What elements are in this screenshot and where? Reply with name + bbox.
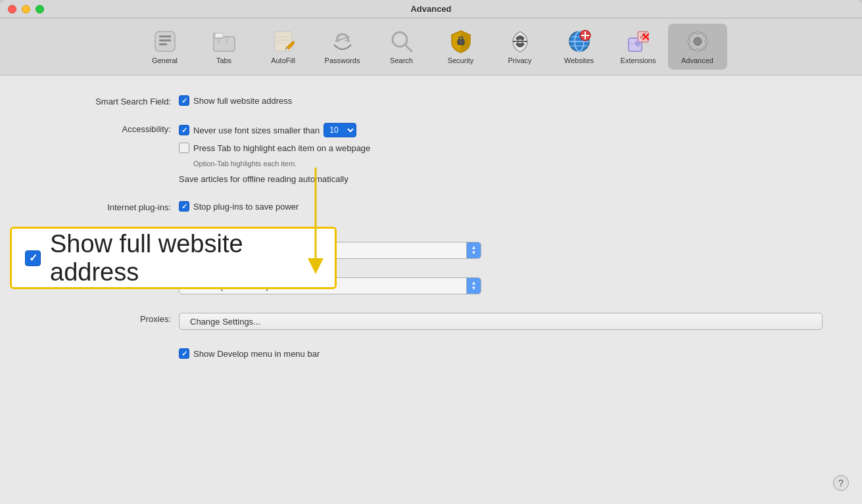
window-title: Advanced <box>410 4 451 14</box>
show-full-address-checkbox[interactable]: ✓ <box>179 95 189 106</box>
proxies-controls: Change Settings... <box>179 313 823 330</box>
privacy-icon <box>507 29 533 54</box>
accessibility-controls: ✓ Never use font sizes smaller than 10 9… <box>179 123 823 189</box>
close-button[interactable] <box>8 5 16 13</box>
develop-menu-text: Show Develop menu in menu bar <box>193 349 320 359</box>
general-icon <box>152 29 178 54</box>
advanced-icon <box>684 29 711 54</box>
svg-point-37 <box>694 37 702 45</box>
internet-plugins-label: Internet plug-ins: <box>39 201 171 212</box>
arrow-down-icon: ▼ <box>471 286 477 291</box>
style-sheet-value: None Selected <box>180 246 466 256</box>
smart-search-label: Smart Search Field: <box>39 95 171 106</box>
tabs-label: Tabs <box>216 57 231 64</box>
develop-menu-row: ✓ Show Develop menu in menu bar <box>179 348 823 359</box>
develop-row: ✓ Show Develop menu in menu bar <box>39 348 823 364</box>
encoding-value: Western (ISO Latin 1) <box>180 281 466 291</box>
help-button[interactable]: ? <box>833 475 849 491</box>
style-sheet-row: Style sheet: None Selected ▲ ▼ <box>39 242 823 259</box>
press-tab-row: Press Tab to highlight each item on a we… <box>179 143 823 153</box>
toolbar-websites[interactable]: Websites <box>550 24 609 70</box>
security-icon <box>448 29 474 54</box>
checkmark: ✓ <box>181 203 187 210</box>
extensions-icon <box>625 29 652 54</box>
encoding-arrows[interactable]: ▲ ▼ <box>466 278 481 294</box>
develop-menu-checkbox[interactable]: ✓ <box>179 348 189 359</box>
highlight-checkmark: ✓ <box>29 252 37 264</box>
websites-icon <box>566 29 592 54</box>
save-articles-text: Save articles for offline reading automa… <box>179 174 348 184</box>
stop-plugins-checkbox[interactable]: ✓ <box>179 201 189 212</box>
minimize-button[interactable] <box>22 5 30 13</box>
main-window: Advanced General <box>0 0 862 504</box>
spacer3 <box>39 306 823 313</box>
style-sheet-label: Style sheet: <box>39 242 171 253</box>
encoding-dropdown[interactable]: Western (ISO Latin 1) ▲ ▼ <box>179 277 481 294</box>
spacer2 <box>39 271 823 277</box>
save-articles-row: Save articles for offline reading automa… <box>179 174 823 184</box>
security-label: Security <box>448 57 474 64</box>
press-tab-text: Press Tab to highlight each item on a we… <box>193 143 370 153</box>
spacer <box>39 229 823 242</box>
search-icon <box>389 29 415 54</box>
stop-plugins-row: ✓ Stop plug-ins to save power <box>179 201 823 212</box>
svg-rect-3 <box>159 43 167 45</box>
title-bar: Advanced <box>0 0 862 18</box>
toolbar-passwords[interactable]: Passwords <box>313 24 372 70</box>
internet-plugins-controls: ✓ Stop plug-ins to save power <box>179 201 823 217</box>
toolbar-search[interactable]: Search <box>372 24 431 70</box>
toolbar-security[interactable]: Security <box>431 24 491 70</box>
accessibility-label: Accessibility: <box>39 123 171 134</box>
traffic-lights <box>8 5 44 13</box>
toolbar-advanced[interactable]: Advanced <box>668 24 727 70</box>
toolbar-autofill[interactable]: AutoFill <box>254 24 313 70</box>
checkmark: ✓ <box>181 127 187 134</box>
change-settings-label: Change Settings... <box>190 317 260 327</box>
websites-label: Websites <box>564 57 594 64</box>
never-font-row: ✓ Never use font sizes smaller than 10 9… <box>179 123 823 137</box>
encoding-label: Default encoding: <box>39 277 171 288</box>
proxies-label: Proxies: <box>39 313 171 324</box>
svg-rect-40 <box>687 40 690 43</box>
passwords-icon <box>329 29 356 54</box>
proxies-row: Proxies: Change Settings... <box>39 313 823 330</box>
font-size-select[interactable]: 10 9 11 12 14 <box>323 123 356 137</box>
maximize-button[interactable] <box>36 5 44 13</box>
encoding-row: Default encoding: Western (ISO Latin 1) … <box>39 277 823 294</box>
spacer4 <box>39 342 823 348</box>
never-font-text: Never use font sizes smaller than <box>193 126 320 135</box>
show-full-address-row: ✓ Show full website address <box>179 95 823 106</box>
style-sheet-dropdown[interactable]: None Selected ▲ ▼ <box>179 242 481 259</box>
svg-rect-38 <box>696 31 699 34</box>
style-sheet-controls: None Selected ▲ ▼ <box>179 242 823 259</box>
toolbar-general[interactable]: General <box>135 24 195 70</box>
toolbar-privacy[interactable]: Privacy <box>491 24 550 70</box>
svg-text:╳: ╳ <box>217 38 220 43</box>
accessibility-row: Accessibility: ✓ Never use font sizes sm… <box>39 123 823 189</box>
toolbar-extensions[interactable]: Extensions <box>609 24 668 70</box>
tabs-icon: ╳ ╳ <box>211 29 237 54</box>
never-font-checkbox[interactable]: ✓ <box>179 125 189 135</box>
toolbar: General ╳ ╳ Tabs <box>0 18 862 76</box>
show-full-address-text: Show full website address <box>193 96 292 106</box>
checkmark: ✓ <box>181 97 187 104</box>
svg-rect-1 <box>159 35 171 37</box>
privacy-label: Privacy <box>508 57 531 64</box>
stop-plugins-text: Stop plug-ins to save power <box>193 202 299 212</box>
autofill-label: AutoFill <box>271 57 295 64</box>
autofill-icon <box>270 29 297 54</box>
svg-rect-8 <box>216 34 222 37</box>
svg-rect-2 <box>159 39 171 41</box>
svg-rect-39 <box>696 49 699 52</box>
passwords-label: Passwords <box>325 57 360 64</box>
general-label: General <box>152 57 178 64</box>
toolbar-tabs[interactable]: ╳ ╳ Tabs <box>195 24 254 70</box>
press-tab-checkbox[interactable] <box>179 143 189 153</box>
content-area: Smart Search Field: ✓ Show full website … <box>0 76 862 504</box>
change-settings-button[interactable]: Change Settings... <box>179 313 823 330</box>
internet-plugins-row: Internet plug-ins: ✓ Stop plug-ins to sa… <box>39 201 823 217</box>
develop-spacer-label <box>39 348 171 350</box>
svg-rect-41 <box>705 40 708 43</box>
develop-controls: ✓ Show Develop menu in menu bar <box>179 348 823 364</box>
style-sheet-arrows[interactable]: ▲ ▼ <box>466 242 481 258</box>
